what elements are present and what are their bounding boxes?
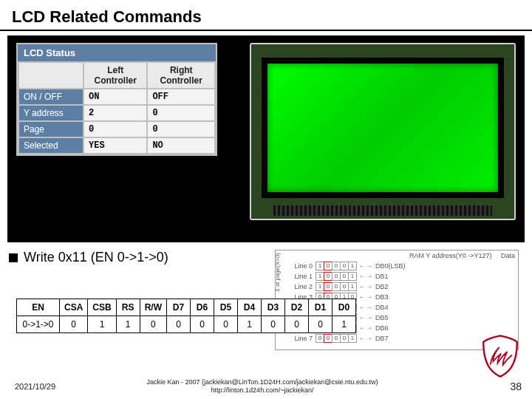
lcd-screen xyxy=(267,64,498,192)
ram-y-axis: 1 st page(X=0) xyxy=(275,253,281,292)
status-cell: 2 xyxy=(83,105,147,121)
status-cell: YES xyxy=(83,137,147,154)
footer-page: 38 xyxy=(443,381,532,392)
ram-bit: 1 xyxy=(348,282,357,291)
arrow-icon: ←→ xyxy=(359,273,372,280)
lcd-status-panel: LCD Status Left Controller Right Control… xyxy=(16,43,217,156)
ram-line-label: Line 2 xyxy=(289,283,316,290)
status-cell: 0 xyxy=(147,105,215,121)
arrow-icon: ←→ xyxy=(359,283,372,290)
table-cell: 0 xyxy=(167,316,191,333)
status-cell: OFF xyxy=(147,89,215,105)
arrow-icon: ←→ xyxy=(359,293,372,301)
table-cell: 1 xyxy=(88,316,116,333)
ram-row: Line 010001←→DB0(LSB) xyxy=(289,261,518,271)
ram-db-label: DB2 xyxy=(375,283,389,290)
ram-db-label: DB6 xyxy=(375,324,389,332)
table-cell: 1 xyxy=(238,316,262,333)
status-col-right: Right Controller xyxy=(147,62,215,89)
ram-db-label: DB5 xyxy=(375,314,389,321)
table-header: EN xyxy=(17,299,60,316)
ram-db-label: DB1 xyxy=(375,273,389,280)
status-cell: 0 xyxy=(147,121,215,137)
table-header: D1 xyxy=(309,299,332,316)
arrow-icon: ←→ xyxy=(359,335,372,342)
table-cell: 0 xyxy=(140,316,166,333)
status-cell: NO xyxy=(147,137,215,154)
table-cell: 0 xyxy=(309,316,332,333)
ram-db-label: DB4 xyxy=(375,304,389,311)
table-cell: 0->1->0 xyxy=(17,316,60,333)
ram-data-label: Data xyxy=(501,252,515,259)
page-title: LCD Related Commands xyxy=(0,0,532,31)
status-cell: 0 xyxy=(83,121,147,137)
ram-row: Line 110001←→DB1 xyxy=(289,271,518,282)
table-cell: 0 xyxy=(285,316,309,333)
table-header: R/W xyxy=(140,299,166,316)
table-cell: 1 xyxy=(332,316,356,333)
ram-db-label: DB3 xyxy=(375,293,389,301)
table-cell: 0 xyxy=(191,316,214,333)
command-table: ENCSACSBRSR/WD7D6D5D4D3D2D1D0 0->1->0011… xyxy=(16,299,356,333)
bullet-text: Write 0x11 (EN 0->1->0) xyxy=(24,250,168,265)
footer-credit: Jackie Kan - 2007 (jackiekan@LinTon.1D24… xyxy=(81,378,443,395)
table-header: CSB xyxy=(88,299,116,316)
ram-line-label: Line 7 xyxy=(289,335,316,342)
footer-date: 2021/10/29 xyxy=(0,382,81,391)
footer-credit-line1: Jackie Kan - 2007 (jackiekan@LinTon.1D24… xyxy=(81,378,443,386)
status-col-left: Left Controller xyxy=(83,62,147,89)
ram-db-label: DB7 xyxy=(375,335,389,342)
table-header: D3 xyxy=(262,299,285,316)
table-header: CSA xyxy=(60,299,88,316)
ram-line-label: Line 1 xyxy=(289,273,316,280)
footer: 2021/10/29 Jackie Kan - 2007 (jackiekan@… xyxy=(0,378,532,395)
table-cell: 0 xyxy=(60,316,88,333)
ram-db-label: DB0(LSB) xyxy=(375,262,406,270)
status-title: LCD Status xyxy=(18,44,216,61)
table-cell: 0 xyxy=(262,316,285,333)
table-header: D0 xyxy=(332,299,356,316)
ram-bit: 1 xyxy=(348,334,357,343)
lcd-module xyxy=(250,43,516,220)
ram-line-label: Line 0 xyxy=(289,262,316,270)
table-cell: 1 xyxy=(116,316,140,333)
table-header: D2 xyxy=(285,299,309,316)
bullet-icon xyxy=(9,253,18,262)
table-header: RS xyxy=(116,299,140,316)
table-cell: 0 xyxy=(214,316,238,333)
table-header: D7 xyxy=(167,299,191,316)
status-table: Left Controller Right Controller ON / OF… xyxy=(18,61,216,154)
ram-row: Line 210001←→DB2 xyxy=(289,282,518,292)
arrow-icon: ←→ xyxy=(359,304,372,311)
status-row-label: Y address xyxy=(18,105,83,121)
status-row-label: ON / OFF xyxy=(18,89,83,105)
upper-panel: LCD Status Left Controller Right Control… xyxy=(7,35,525,242)
status-row-label: Selected xyxy=(18,137,83,154)
table-header: D6 xyxy=(191,299,214,316)
arrow-icon: ←→ xyxy=(359,324,372,332)
arrow-icon: ←→ xyxy=(359,262,372,270)
table-header: D5 xyxy=(214,299,238,316)
status-cell: ON xyxy=(83,89,147,105)
ram-bit: 1 xyxy=(348,272,357,281)
footer-credit-line2: http://linton.1d24h.com/~jackiekan/ xyxy=(81,386,443,395)
arrow-icon: ←→ xyxy=(359,314,372,321)
table-header: D4 xyxy=(238,299,262,316)
status-row-label: Page xyxy=(18,121,83,137)
lcd-frame xyxy=(262,58,504,198)
ram-title: RAM Y address(Y0 ->Y127) xyxy=(409,252,491,259)
lcd-connectors xyxy=(273,205,492,216)
crest-icon xyxy=(477,334,523,378)
ram-bit: 1 xyxy=(348,262,357,270)
